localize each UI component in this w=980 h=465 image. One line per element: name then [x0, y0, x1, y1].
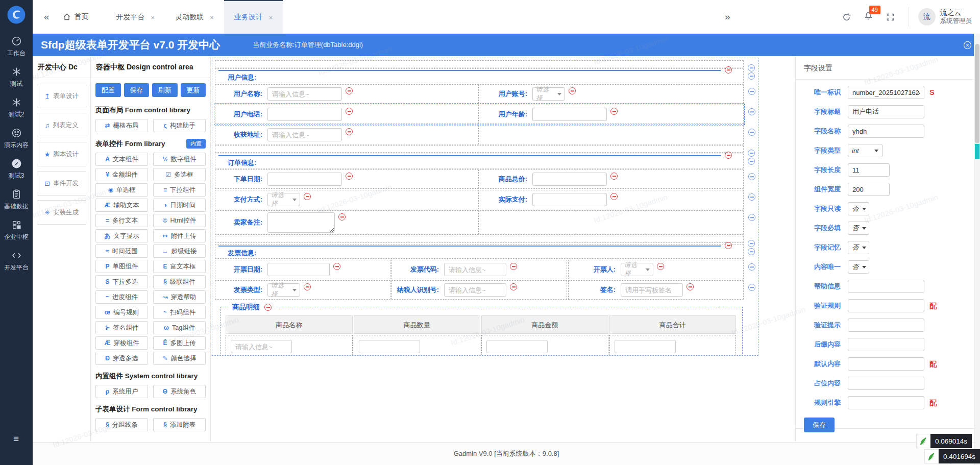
sidebar-item-base-data[interactable]: 基础数据	[0, 189, 33, 211]
form-component[interactable]: ≈ 时间范围	[95, 244, 148, 258]
remove-row-icon[interactable]	[748, 240, 755, 247]
subtable-input[interactable]	[615, 340, 676, 353]
subtable-input[interactable]	[231, 340, 292, 353]
remove-field-icon[interactable]	[346, 173, 353, 180]
remove-row-icon[interactable]	[748, 72, 755, 80]
form-field-cell[interactable]	[480, 125, 744, 144]
form-field-cell[interactable]: 用户电话:	[215, 105, 479, 124]
field-input[interactable]	[621, 283, 683, 297]
remove-row-icon[interactable]	[748, 158, 755, 165]
field-select[interactable]: 请选择	[532, 87, 565, 101]
group-line-row[interactable]: 发票信息:	[215, 244, 744, 259]
remove-row-icon[interactable]	[748, 150, 755, 157]
sidebar-item-test2[interactable]: 测试2	[0, 97, 33, 119]
form-row[interactable]: 用户电话: 用户年龄:	[215, 105, 744, 124]
form-component[interactable]: ◑ 日期时间	[153, 199, 206, 212]
form-row[interactable]: 卖家备注:	[215, 210, 744, 235]
form-field-cell[interactable]: 发票类型: 请选择	[215, 280, 390, 300]
field-input[interactable]	[267, 87, 342, 101]
settings-field-select[interactable]: 否	[848, 202, 869, 215]
form-row[interactable]: 下单日期: 商品总价:	[215, 169, 744, 189]
form-component[interactable]: ✎ 颜色选择	[153, 352, 206, 365]
form-component[interactable]: ¥ 金额组件	[95, 168, 148, 181]
form-component[interactable]: S 下拉多选	[95, 275, 148, 288]
remove-group-icon[interactable]	[725, 66, 732, 74]
field-input[interactable]	[267, 108, 342, 121]
system-component[interactable]: Θ 系统角色	[153, 385, 206, 398]
form-field-cell[interactable]: 用户名称:	[215, 84, 479, 104]
action-button[interactable]: 刷新	[152, 83, 178, 97]
close-icon[interactable]	[210, 14, 214, 21]
remove-field-icon[interactable]	[338, 213, 346, 221]
field-input[interactable]	[444, 263, 506, 276]
subtable-cell[interactable]	[609, 335, 737, 356]
remove-field-icon[interactable]	[610, 193, 618, 200]
settings-field-select[interactable]: 否	[848, 241, 869, 254]
form-component[interactable]: A 文本组件	[95, 153, 148, 166]
form-field-cell[interactable]: 收获地址:	[215, 125, 479, 144]
dev-center-item[interactable]: ↥ 表单设计	[37, 84, 86, 108]
remove-group-icon[interactable]	[725, 152, 732, 159]
tab-home[interactable]: 首页	[63, 12, 89, 21]
settings-field-input[interactable]	[848, 105, 924, 118]
page-tab[interactable]: 灵动数联	[165, 0, 224, 34]
settings-field-input[interactable]	[848, 319, 924, 332]
subtable-input[interactable]	[486, 340, 548, 353]
form-field-cell[interactable]: 商品总价:	[480, 169, 744, 189]
group-line-row[interactable]: 订单信息:	[215, 154, 744, 168]
subtable-cell[interactable]	[481, 335, 608, 356]
form-component[interactable]: ≡ 下拉组件	[153, 183, 206, 197]
action-button[interactable]: 保存	[124, 83, 150, 97]
user-menu[interactable]: 流 流之云 系统管理员	[909, 7, 972, 27]
remove-row-icon[interactable]	[748, 263, 755, 271]
save-button[interactable]: 保存	[804, 418, 835, 432]
form-component[interactable]: あ 文字显示	[95, 229, 148, 242]
field-input[interactable]	[532, 173, 607, 186]
form-field-cell[interactable]: 发票代码:	[391, 260, 567, 279]
remove-field-icon[interactable]	[510, 263, 517, 270]
form-field-cell[interactable]	[480, 210, 744, 235]
field-select[interactable]: 请选择	[267, 283, 300, 297]
remove-field-icon[interactable]	[687, 283, 694, 290]
remove-field-icon[interactable]	[346, 128, 353, 135]
empty-row[interactable]	[215, 145, 744, 153]
refresh-icon[interactable]	[842, 12, 851, 22]
page-scrollbar[interactable]	[974, 34, 980, 465]
empty-row[interactable]	[215, 236, 744, 243]
form-component[interactable]: = 多行文本	[95, 214, 148, 227]
menu-icon[interactable]: ≡	[0, 433, 33, 445]
page-tab[interactable]: 开发平台	[106, 0, 165, 34]
settings-field-select[interactable]: 否	[848, 222, 869, 235]
remove-field-icon[interactable]	[304, 193, 311, 200]
remove-field-icon[interactable]	[610, 108, 618, 115]
form-row[interactable]: 收获地址:	[215, 125, 744, 144]
form-field-cell[interactable]: 支付方式: 请选择	[215, 190, 479, 209]
sidebar-item-workbench[interactable]: 工作台	[0, 36, 33, 58]
form-component[interactable]: ~ 扫码组件	[153, 306, 206, 319]
remove-field-icon[interactable]	[304, 283, 311, 290]
settings-field-input[interactable]	[848, 125, 924, 138]
settings-field-input[interactable]	[848, 183, 890, 196]
form-field-cell[interactable]: 开票日期:	[215, 260, 390, 279]
settings-field-input[interactable]	[848, 377, 924, 390]
configure-link[interactable]: S	[929, 88, 935, 96]
dev-center-item[interactable]: ♫ 列表定义	[37, 113, 86, 137]
form-field-cell[interactable]: 用户账号: 请选择	[480, 84, 744, 104]
dev-center-item[interactable]: ★ 脚本设计	[37, 142, 86, 166]
configure-link[interactable]: 配	[929, 359, 937, 369]
remove-group-icon[interactable]	[725, 242, 732, 249]
subform-table[interactable]: 商品明细 商品名称商品数量商品金额商品合计	[220, 307, 743, 356]
group-line-row[interactable]: 用户信息:	[215, 68, 744, 83]
scrollbar-thumb[interactable]	[975, 44, 979, 143]
remove-field-icon[interactable]	[610, 173, 618, 180]
layout-component[interactable]: ⇄ 栅格布局	[95, 119, 148, 132]
subtable-cell[interactable]	[226, 335, 353, 356]
form-component[interactable]: © Html控件	[153, 214, 206, 227]
remove-row-icon[interactable]	[748, 173, 755, 180]
settings-field-input[interactable]	[848, 357, 924, 371]
notifications[interactable]: 49	[864, 11, 873, 22]
form-component[interactable]: § 级联组件	[153, 275, 206, 288]
close-icon[interactable]	[269, 14, 273, 21]
form-component[interactable]: ☑ 多选框	[153, 168, 206, 181]
dev-center-item[interactable]: ✳ 安装生成	[37, 200, 86, 225]
